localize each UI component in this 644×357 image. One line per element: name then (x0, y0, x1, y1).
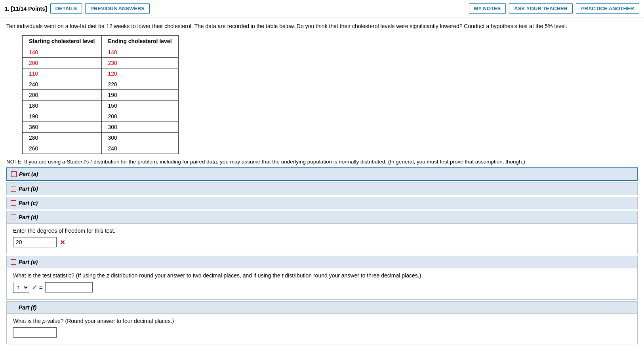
part-f-input-row (13, 324, 631, 338)
part-a-icon (11, 171, 17, 177)
table-cell-end: 140 (101, 47, 178, 58)
table-header-start: Starting cholesterol level (23, 36, 102, 47)
table-cell-end: 230 (101, 58, 178, 68)
my-notes-button[interactable]: MY NOTES (469, 3, 506, 14)
table-cell-start: 140 (23, 47, 102, 58)
table-row: 180150 (23, 101, 179, 111)
table-row: 240220 (23, 79, 179, 90)
content-area: Ten individuals went on a low-fat diet f… (0, 17, 644, 349)
table-cell-start: 110 (23, 68, 102, 79)
part-c-icon (11, 200, 16, 206)
part-e-header[interactable]: Part (e) (6, 256, 638, 268)
table-cell-start: 190 (23, 111, 102, 122)
part-b-icon (11, 186, 16, 192)
part-a-label: Part (a) (19, 171, 38, 177)
table-row: 190200 (23, 111, 179, 122)
part-d-section: Part (d) Enter the degrees of freedom fo… (6, 211, 638, 254)
table-cell-end: 200 (101, 111, 178, 122)
table-cell-end: 220 (101, 79, 178, 90)
table-cell-start: 260 (23, 143, 102, 154)
green-check-icon: ✓ (32, 284, 37, 291)
test-statistic-input[interactable] (45, 282, 93, 292)
table-row: 110120 (23, 68, 179, 79)
part-f-label: Part (f) (19, 304, 36, 311)
part-b-label: Part (b) (19, 186, 38, 192)
table-cell-end: 190 (101, 90, 178, 101)
part-a-section: Part (a) (6, 167, 638, 181)
part-d-header[interactable]: Part (d) (6, 211, 638, 224)
table-cell-end: 300 (101, 122, 178, 133)
header-right: MY NOTES ASK YOUR TEACHER PRACTICE ANOTH… (469, 3, 639, 14)
note-text: NOTE: If you are using a Student's t-dis… (6, 158, 638, 166)
header-left: 1. [11/14 Points] DETAILS PREVIOUS ANSWE… (5, 3, 465, 14)
points-label: 1. [11/14 Points] (5, 6, 47, 12)
practice-another-button[interactable]: PRACTICE ANOTHER (576, 3, 639, 14)
part-d-body: Enter the degrees of freedom for this te… (6, 224, 638, 254)
distribution-dropdown[interactable]: t z (13, 282, 29, 293)
table-cell-end: 300 (101, 133, 178, 143)
part-c-section: Part (c) (6, 197, 638, 209)
table-row: 280300 (23, 133, 179, 143)
table-cell-start: 200 (23, 58, 102, 68)
table-cell-start: 360 (23, 122, 102, 133)
part-e-section: Part (e) What is the test statistic? (If… (6, 256, 638, 300)
ask-teacher-button[interactable]: ASK YOUR TEACHER (509, 3, 573, 14)
part-d-input-row: ✕ (13, 237, 631, 247)
part-d-instruction: Enter the degrees of freedom for this te… (13, 228, 631, 234)
table-row: 140140 (23, 47, 179, 58)
degrees-of-freedom-input[interactable] (13, 237, 57, 247)
table-row: 200190 (23, 90, 179, 101)
part-e-label: Part (e) (19, 259, 38, 265)
part-f-body: What is the p-value? (Round your answer … (6, 314, 638, 344)
part-f-section: Part (f) What is the p-value? (Round you… (6, 301, 638, 344)
table-cell-end: 240 (101, 143, 178, 154)
pvalue-input[interactable] (13, 327, 57, 338)
part-d-icon (11, 215, 16, 220)
table-cell-start: 200 (23, 90, 102, 101)
part-f-header[interactable]: Part (f) (6, 301, 638, 314)
part-d-label: Part (d) (19, 214, 38, 220)
part-b-section: Part (b) (6, 182, 638, 195)
part-f-icon (11, 305, 16, 310)
table-row: 360300 (23, 122, 179, 133)
table-cell-end: 120 (101, 68, 178, 79)
part-e-body: What is the test statistic? (If using th… (6, 268, 638, 300)
part-f-instruction: What is the p-value? (Round your answer … (13, 318, 631, 324)
table-cell-start: 280 (23, 133, 102, 143)
header-bar: 1. [11/14 Points] DETAILS PREVIOUS ANSWE… (0, 0, 644, 17)
equals-sign: = (39, 284, 43, 291)
table-row: 260240 (23, 143, 179, 154)
table-header-end: Ending cholesterol level (101, 36, 178, 47)
part-a-header[interactable]: Part (a) (6, 167, 638, 181)
part-c-header[interactable]: Part (c) (6, 197, 638, 209)
part-b-header[interactable]: Part (b) (6, 182, 638, 195)
part-e-icon (11, 259, 16, 265)
table-cell-end: 150 (101, 101, 178, 111)
error-x-icon: ✕ (60, 239, 65, 246)
table-cell-start: 180 (23, 101, 102, 111)
cholesterol-table: Starting cholesterol level Ending choles… (22, 35, 179, 154)
part-e-instruction: What is the test statistic? (If using th… (13, 272, 631, 279)
part-c-label: Part (c) (19, 200, 38, 206)
previous-answers-button[interactable]: PREVIOUS ANSWERS (85, 3, 150, 14)
table-cell-start: 240 (23, 79, 102, 90)
problem-description: Ten individuals went on a low-fat diet f… (6, 22, 638, 30)
details-button[interactable]: DETAILS (50, 3, 82, 14)
part-e-stat-row: t z ✓ = (13, 282, 631, 293)
table-row: 200230 (23, 58, 179, 68)
